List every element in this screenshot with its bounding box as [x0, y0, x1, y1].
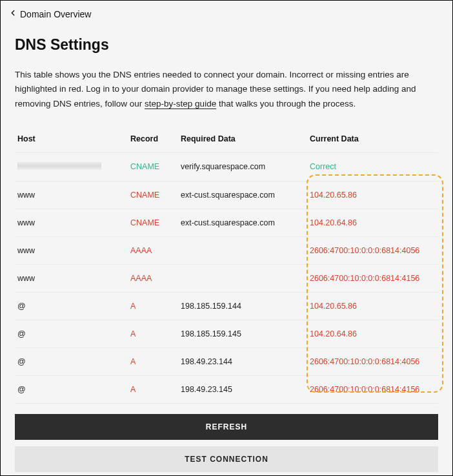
redacted-host [17, 162, 101, 170]
cell-current-data: 2606:4700:10:0:0:0:6814:4156 [307, 264, 438, 292]
cell-current-data: 2606:4700:10:0:0:0:6814:4056 [307, 347, 438, 375]
chevron-left-icon [8, 8, 20, 19]
cell-record: AAAA [128, 264, 178, 292]
th-current: Current Data [307, 128, 438, 153]
cell-current-data: 104.20.65.86 [307, 292, 438, 320]
table-row: CNAMEverify.squarespace.comCorrect [15, 152, 438, 181]
table-row: @A198.49.23.1452606:4700:10:0:0:0:6814:4… [15, 375, 438, 403]
cell-host: www [15, 181, 128, 209]
cell-required-data: 198.49.23.145 [178, 375, 307, 403]
cell-required-data: verify.squarespace.com [178, 152, 307, 181]
table-row: @A198.185.159.145104.20.64.86 [15, 320, 438, 347]
cell-required-data: 198.185.159.144 [178, 292, 307, 320]
cell-host: @ [15, 347, 128, 375]
cell-current-data: Correct [307, 152, 438, 181]
cell-current-data: 104.20.64.86 [307, 320, 438, 347]
cell-current-data: 2606:4700:10:0:0:0:6814:4056 [307, 236, 438, 264]
cell-host [15, 152, 128, 181]
description-text: This table shows you the DNS entries nee… [15, 68, 438, 111]
breadcrumb-back[interactable]: Domain Overview [1, 1, 452, 26]
table-row: wwwCNAMEext-cust.squarespace.com104.20.6… [15, 181, 438, 209]
th-record: Record [128, 128, 178, 153]
cell-required-data: 198.49.23.144 [178, 347, 307, 375]
table-row: wwwAAAA2606:4700:10:0:0:0:6814:4056 [15, 236, 438, 264]
refresh-button[interactable]: REFRESH [15, 414, 438, 440]
cell-record: A [128, 320, 178, 347]
cell-record: A [128, 292, 178, 320]
th-required: Required Data [178, 128, 307, 153]
table-row: @A198.49.23.1442606:4700:10:0:0:0:6814:4… [15, 347, 438, 375]
cell-current-data: 2606:4700:10:0:0:0:6814:4156 [307, 375, 438, 403]
cell-required-data: ext-cust.squarespace.com [178, 209, 307, 236]
table-row: wwwAAAA2606:4700:10:0:0:0:6814:4156 [15, 264, 438, 292]
cell-host: @ [15, 292, 128, 320]
cell-host: www [15, 209, 128, 236]
page-title: DNS Settings [15, 36, 438, 54]
cell-required-data [178, 236, 307, 264]
cell-required-data: 198.185.159.145 [178, 320, 307, 347]
cell-record: CNAME [128, 152, 178, 181]
cell-host: @ [15, 320, 128, 347]
cell-host: @ [15, 375, 128, 403]
cell-record: A [128, 347, 178, 375]
cell-required-data: ext-cust.squarespace.com [178, 181, 307, 209]
cell-host: www [15, 236, 128, 264]
cell-record: CNAME [128, 181, 178, 209]
dns-table: Host Record Required Data Current Data C… [15, 128, 438, 404]
cell-current-data: 104.20.65.86 [307, 181, 438, 209]
table-row: wwwCNAMEext-cust.squarespace.com104.20.6… [15, 209, 438, 236]
cell-required-data [178, 264, 307, 292]
cell-current-data: 104.20.64.86 [307, 209, 438, 236]
cell-record: AAAA [128, 236, 178, 264]
cell-record: A [128, 375, 178, 403]
guide-link[interactable]: step-by-step guide [145, 99, 216, 109]
breadcrumb-label: Domain Overview [20, 9, 91, 19]
th-host: Host [15, 128, 128, 153]
table-row: @A198.185.159.144104.20.65.86 [15, 292, 438, 320]
test-connection-button[interactable]: TEST CONNECTION [15, 446, 438, 472]
cell-host: www [15, 264, 128, 292]
cell-record: CNAME [128, 209, 178, 236]
